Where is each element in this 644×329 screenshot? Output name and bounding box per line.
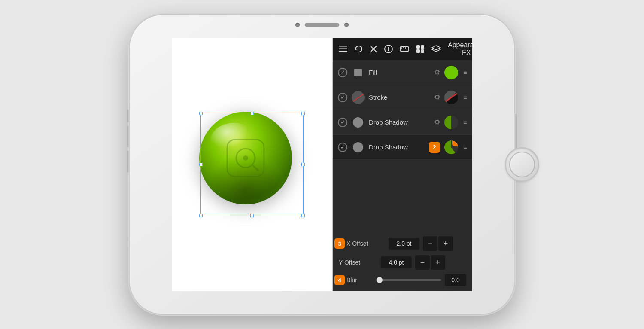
- dropshadow2-circle-icon: [353, 142, 363, 152]
- sleep-wake-button[interactable]: [514, 114, 517, 148]
- ruler-icon[interactable]: [400, 46, 409, 52]
- x-offset-value: 2.0 pt: [389, 238, 419, 250]
- canvas-area[interactable]: [172, 38, 333, 291]
- fill-menu-icon[interactable]: ≡: [463, 69, 467, 76]
- svg-rect-8: [339, 49, 347, 50]
- grid-icon[interactable]: [416, 45, 425, 53]
- layers-icon[interactable]: [431, 45, 441, 53]
- x-offset-label: X Offset: [346, 240, 385, 247]
- handle-br[interactable]: [301, 214, 305, 217]
- handle-mr[interactable]: [301, 163, 305, 166]
- svg-rect-22: [421, 49, 424, 53]
- badge-1: 1: [452, 140, 458, 146]
- dropshadow2-color-swatch[interactable]: 1: [444, 140, 458, 154]
- right-panel: i Appearance FX + ✓: [333, 38, 472, 291]
- fill-color-swatch[interactable]: [444, 66, 458, 79]
- stroke-checkbox[interactable]: ✓: [338, 93, 347, 102]
- fill-label: Fill: [369, 69, 430, 76]
- ball-container: [196, 109, 308, 220]
- svg-point-6: [243, 155, 248, 161]
- fill-rect-icon: [354, 69, 362, 76]
- speaker-grille: [305, 23, 339, 27]
- handle-tr[interactable]: [301, 112, 305, 115]
- sensor: [344, 23, 349, 27]
- close-icon[interactable]: [370, 45, 377, 53]
- info-icon[interactable]: i: [384, 45, 393, 53]
- toolbar: i Appearance FX +: [333, 38, 472, 60]
- blur-slider-thumb[interactable]: [377, 277, 383, 283]
- fx-row-fill[interactable]: ✓ Fill ⚙ ≡: [333, 60, 472, 85]
- menu-icon[interactable]: [339, 46, 347, 52]
- dropshadow1-menu-icon[interactable]: ≡: [463, 119, 467, 126]
- props-panel: 3 X Offset 2.0 pt − + Y Offset 4.0 pt − …: [333, 231, 472, 291]
- volume-down-button[interactable]: [127, 151, 130, 172]
- stroke-gear[interactable]: ⚙: [434, 93, 440, 101]
- y-offset-value: 4.0 pt: [381, 256, 412, 268]
- dropshadow1-checkbox[interactable]: ✓: [338, 118, 347, 127]
- blur-row: 4 Blur 0.0: [339, 274, 466, 286]
- green-ball: [196, 109, 295, 207]
- y-offset-stepper: − +: [415, 255, 445, 270]
- stroke-color-swatch[interactable]: [444, 91, 458, 104]
- dropshadow1-label: Drop Shadow: [369, 119, 430, 126]
- stroke-icon-box: [352, 91, 365, 104]
- badge-3: 3: [334, 238, 345, 249]
- svg-rect-14: [400, 47, 409, 51]
- phone-top-bar: [295, 23, 349, 27]
- fx-row-dropshadow2[interactable]: ✓ Drop Shadow 2 1 ≡: [333, 135, 472, 160]
- dropshadow2-checkbox[interactable]: ✓: [338, 143, 347, 152]
- screen: i Appearance FX + ✓: [172, 38, 472, 291]
- dropshadow1-gear[interactable]: ⚙: [434, 118, 440, 126]
- svg-text:i: i: [388, 46, 389, 52]
- dropshadow2-menu-icon[interactable]: ≡: [463, 143, 467, 151]
- handle-bm[interactable]: [250, 214, 254, 217]
- fx-list: ✓ Fill ⚙ ≡ ✓ Stroke ⚙: [333, 60, 472, 231]
- svg-rect-21: [416, 49, 420, 53]
- x-offset-stepper: − +: [423, 236, 453, 251]
- dropshadow1-icon-box: [352, 116, 365, 129]
- front-camera: [295, 23, 300, 27]
- badge-4: 4: [334, 275, 345, 285]
- fill-checkbox[interactable]: ✓: [338, 68, 347, 77]
- x-offset-increment[interactable]: +: [438, 236, 453, 251]
- svg-rect-9: [339, 51, 347, 52]
- blur-value: 0.0: [445, 274, 466, 286]
- handle-bl[interactable]: [199, 214, 203, 217]
- svg-rect-19: [416, 45, 420, 49]
- stroke-slash-icon: [352, 91, 365, 104]
- badge-2: 2: [429, 142, 440, 153]
- dropshadow2-icon-box: [352, 141, 365, 154]
- blur-slider-track[interactable]: [376, 279, 441, 281]
- undo-icon[interactable]: [354, 45, 363, 53]
- side-buttons-left: [127, 110, 130, 172]
- fill-gear[interactable]: ⚙: [434, 68, 440, 76]
- svg-rect-20: [421, 45, 424, 49]
- dropshadow1-color-swatch[interactable]: [444, 116, 458, 129]
- volume-up-button[interactable]: [127, 126, 130, 147]
- silent-button[interactable]: [127, 110, 130, 122]
- y-offset-increment[interactable]: +: [431, 255, 445, 270]
- y-offset-decrement[interactable]: −: [415, 255, 430, 270]
- fill-icon-box: [352, 66, 365, 79]
- fx-row-stroke[interactable]: ✓ Stroke ⚙ ≡: [333, 85, 472, 110]
- y-offset-label: Y Offset: [339, 259, 377, 266]
- x-offset-decrement[interactable]: −: [423, 236, 437, 251]
- dropshadow1-circle-icon: [353, 117, 363, 128]
- panel-title: Appearance FX: [448, 41, 472, 57]
- home-button-inner: [509, 152, 535, 177]
- home-button[interactable]: [505, 147, 539, 182]
- fx-row-dropshadow1[interactable]: ✓ Drop Shadow ⚙ ≡: [333, 110, 472, 135]
- dropshadow2-label: Drop Shadow: [369, 143, 425, 151]
- phone-shell: i Appearance FX + ✓: [129, 14, 515, 315]
- svg-point-2: [210, 123, 258, 159]
- x-offset-row: 3 X Offset 2.0 pt − +: [339, 236, 466, 251]
- stroke-menu-icon[interactable]: ≡: [463, 94, 467, 101]
- svg-rect-7: [339, 46, 347, 47]
- y-offset-row: Y Offset 4.0 pt − +: [339, 255, 466, 270]
- stroke-label: Stroke: [369, 94, 430, 101]
- blur-label: Blur: [346, 277, 372, 283]
